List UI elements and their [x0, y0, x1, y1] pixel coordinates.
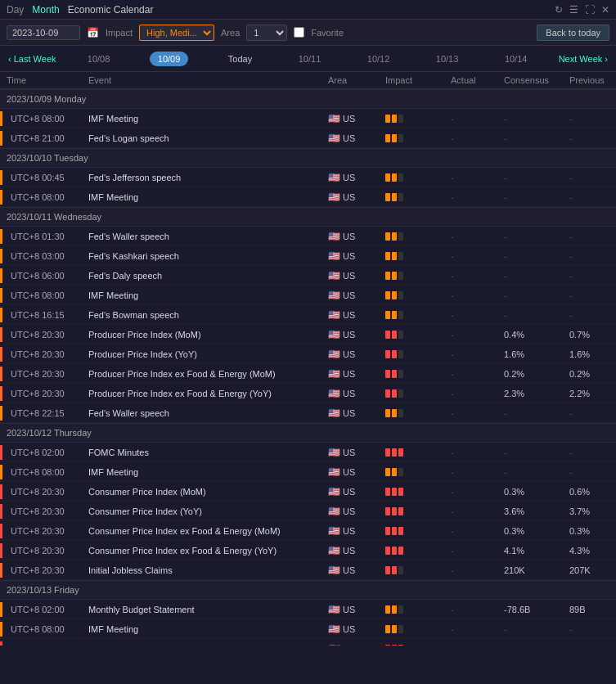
cell-event: Fed's Waller speech [82, 406, 321, 421]
col-time: Time [0, 75, 82, 85]
next-week-button[interactable]: Next Week › [551, 54, 616, 64]
cell-area: 🇺🇸 US [321, 464, 379, 480]
cell-time: UTC+8 08:00 [0, 622, 82, 637]
cell-actual: - [444, 190, 497, 205]
table-row[interactable]: UTC+8 03:00 Fed's Kashkari speech 🇺🇸 US … [0, 246, 616, 266]
cell-consensus: 0.3% [497, 524, 563, 538]
table-row[interactable]: UTC+8 06:00 Fed's Daly speech 🇺🇸 US - - … [0, 266, 616, 286]
day-10-12[interactable]: 10/12 [361, 51, 397, 67]
cell-area: 🇺🇸 US [321, 326, 379, 343]
cell-event: Monthly Budget Statement [82, 602, 321, 617]
close-icon[interactable]: ✕ [601, 4, 609, 16]
cell-previous: - [563, 190, 616, 205]
expand-icon[interactable]: ⛶ [585, 4, 595, 16]
cell-time: UTC+8 02:00 [0, 602, 82, 617]
table-row[interactable]: UTC+8 08:00 IMF Meeting 🇺🇸 US - - - [0, 286, 616, 305]
table-row[interactable]: UTC+8 08:00 IMF Meeting 🇺🇸 US - - - [0, 187, 616, 207]
table-row[interactable]: UTC+8 02:00 FOMC Minutes 🇺🇸 US - - - [0, 443, 616, 462]
cell-actual: - [444, 445, 497, 460]
cell-time: UTC+8 00:45 [0, 170, 82, 185]
cell-consensus: - [497, 170, 563, 185]
cell-impact [379, 132, 444, 145]
cell-impact [379, 171, 444, 184]
cell-impact [379, 348, 444, 361]
table-row[interactable]: UTC+8 22:00 Michigan Consumer Sentiment … [0, 639, 616, 646]
table-row[interactable]: UTC+8 16:15 Fed's Bowman speech 🇺🇸 US - … [0, 305, 616, 325]
cell-consensus: - [497, 622, 563, 637]
cell-impact [379, 466, 444, 479]
cell-consensus: - [497, 111, 563, 126]
col-actual: Actual [444, 75, 497, 85]
col-impact: Impact [379, 75, 444, 85]
back-today-button[interactable]: Back to today [537, 25, 609, 41]
cell-area: 🇺🇸 US [321, 189, 379, 205]
cell-actual: - [444, 288, 497, 303]
table-row[interactable]: UTC+8 22:15 Fed's Waller speech 🇺🇸 US - … [0, 403, 616, 423]
cell-area: 🇺🇸 US [321, 248, 379, 264]
table-row[interactable]: UTC+8 20:30 Producer Price Index (MoM) 🇺… [0, 325, 616, 344]
list-icon[interactable]: ☰ [569, 4, 578, 16]
month-tab[interactable]: Month [32, 4, 59, 16]
table-row[interactable]: UTC+8 20:30 Initial Jobless Claims 🇺🇸 US… [0, 560, 616, 580]
table-row[interactable]: UTC+8 08:00 IMF Meeting 🇺🇸 US - - - [0, 619, 616, 639]
table-row[interactable]: UTC+8 20:30 Consumer Price Index (YoY) 🇺… [0, 502, 616, 521]
table-row[interactable]: UTC+8 20:30 Consumer Price Index (MoM) 🇺… [0, 482, 616, 502]
table-row[interactable]: UTC+8 20:30 Consumer Price Index ex Food… [0, 541, 616, 560]
cell-actual: - [444, 504, 497, 519]
favorite-checkbox[interactable] [294, 27, 304, 38]
cell-previous: 0.6% [563, 484, 616, 499]
impact-select[interactable]: High, Medi... [139, 25, 214, 41]
cell-consensus: - [497, 308, 563, 322]
cell-impact [379, 367, 444, 380]
cell-consensus: 4.1% [497, 543, 563, 558]
cell-area: 🇺🇸 US [321, 621, 379, 637]
date-input[interactable] [7, 25, 80, 40]
table-row[interactable]: UTC+8 02:00 Monthly Budget Statement 🇺🇸 … [0, 600, 616, 619]
table-row[interactable]: UTC+8 08:00 IMF Meeting 🇺🇸 US - - - [0, 109, 616, 128]
cell-previous: - [563, 406, 616, 421]
cell-impact [379, 407, 444, 420]
cell-actual: - [444, 131, 497, 146]
table-row[interactable]: UTC+8 08:00 IMF Meeting 🇺🇸 US - - - [0, 462, 616, 482]
cell-area: 🇺🇸 US [321, 287, 379, 304]
cell-time: UTC+8 22:00 [0, 641, 82, 646]
cell-event: Consumer Price Index ex Food & Energy (Y… [82, 543, 321, 558]
day-10-11[interactable]: 10/11 [292, 51, 328, 67]
cell-actual: - [444, 543, 497, 558]
cell-previous: - [563, 111, 616, 126]
last-week-button[interactable]: ‹ Last Week [0, 54, 65, 64]
section-header-3: 2023/10/12 Thursday [0, 423, 616, 443]
area-select[interactable]: 1 [246, 25, 287, 41]
day-10-14[interactable]: 10/14 [498, 51, 534, 67]
cell-previous: - [563, 229, 616, 244]
cell-actual: - [444, 229, 497, 244]
cell-time: UTC+8 20:30 [0, 327, 82, 342]
cell-area: 🇺🇸 US [321, 110, 379, 127]
day-tab[interactable]: Day [7, 4, 24, 16]
table-row[interactable]: UTC+8 20:30 Producer Price Index (YoY) 🇺… [0, 344, 616, 364]
table-row[interactable]: UTC+8 20:30 Producer Price Index ex Food… [0, 364, 616, 384]
cell-time: UTC+8 08:00 [0, 465, 82, 479]
cell-actual: - [444, 524, 497, 538]
day-10-08[interactable]: 10/08 [81, 51, 117, 67]
area-label: Area [221, 28, 240, 38]
cell-time: UTC+8 21:00 [0, 131, 82, 146]
day-10-13[interactable]: 10/13 [429, 51, 465, 67]
table-row[interactable]: UTC+8 20:30 Consumer Price Index ex Food… [0, 521, 616, 541]
cell-time: UTC+8 03:00 [0, 249, 82, 263]
day-today[interactable]: Today [222, 51, 259, 67]
col-event: Event [82, 75, 321, 85]
table-row[interactable]: UTC+8 20:30 Producer Price Index ex Food… [0, 384, 616, 403]
refresh-icon[interactable]: ↻ [555, 4, 563, 16]
table-row[interactable]: UTC+8 21:00 Fed's Logan speech 🇺🇸 US - -… [0, 128, 616, 148]
cell-actual: - [444, 249, 497, 263]
table-row[interactable]: UTC+8 00:45 Fed's Jefferson speech 🇺🇸 US… [0, 168, 616, 187]
cell-time: UTC+8 08:00 [0, 288, 82, 303]
cell-area: 🇺🇸 US [321, 484, 379, 500]
day-10-09[interactable]: 10/09 [150, 52, 189, 66]
cell-consensus: -78.6B [497, 602, 563, 617]
cell-previous: 1.6% [563, 347, 616, 362]
cell-actual: - [444, 170, 497, 185]
table-row[interactable]: UTC+8 01:30 Fed's Waller speech 🇺🇸 US - … [0, 227, 616, 246]
cell-time: UTC+8 20:30 [0, 367, 82, 381]
